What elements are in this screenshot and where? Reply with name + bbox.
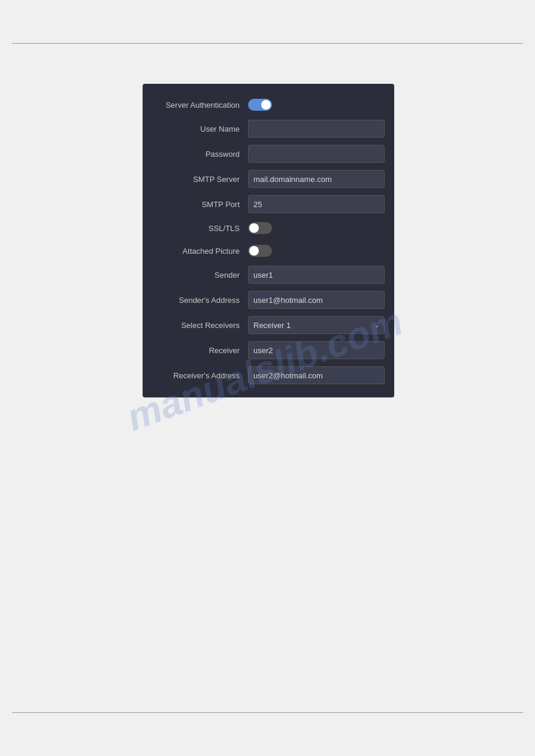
attached-picture-track (248, 245, 272, 257)
receiver-input[interactable] (248, 341, 385, 359)
smtp-server-input[interactable] (248, 170, 385, 188)
select-receivers-wrapper: Receiver 1 Receiver 2 Receiver 3 ⌄ (248, 316, 385, 334)
receivers-address-row: Receiver's Address (143, 363, 394, 388)
attached-picture-label: Attached Picture (152, 247, 248, 256)
bottom-divider (12, 712, 523, 713)
attached-picture-toggle-wrapper (248, 245, 272, 257)
receivers-address-input[interactable] (248, 366, 385, 384)
senders-address-label: Sender's Address (152, 296, 248, 305)
user-name-label: User Name (152, 125, 248, 133)
user-name-row: User Name (143, 116, 394, 141)
sender-label: Sender (152, 271, 248, 280)
password-row: Password (143, 141, 394, 166)
top-divider (12, 43, 523, 44)
attached-picture-thumb (249, 246, 259, 256)
ssl-tls-toggle-wrapper (248, 222, 272, 234)
server-authentication-track (248, 99, 272, 111)
receiver-label: Receiver (152, 346, 248, 355)
smtp-server-label: SMTP Server (152, 175, 248, 184)
select-receivers-row: Select Receivers Receiver 1 Receiver 2 R… (143, 312, 394, 338)
ssl-tls-toggle[interactable] (248, 222, 272, 234)
server-authentication-row: Server Authentication (143, 93, 394, 116)
smtp-port-row: SMTP Port (143, 192, 394, 217)
select-receivers-dropdown[interactable]: Receiver 1 Receiver 2 Receiver 3 (248, 316, 385, 334)
server-authentication-label: Server Authentication (152, 101, 248, 110)
smtp-port-label: SMTP Port (152, 200, 248, 209)
server-authentication-toggle-wrapper (248, 99, 272, 111)
user-name-input[interactable] (248, 120, 385, 138)
settings-panel: Server Authentication User Name Password… (143, 84, 394, 397)
server-authentication-toggle[interactable] (248, 99, 272, 111)
ssl-tls-thumb (249, 223, 259, 233)
attached-picture-toggle[interactable] (248, 245, 272, 257)
server-authentication-thumb (261, 100, 271, 110)
senders-address-input[interactable] (248, 291, 385, 309)
password-label: Password (152, 150, 248, 159)
smtp-port-input[interactable] (248, 195, 385, 213)
ssl-tls-row: SSL/TLS (143, 217, 394, 239)
ssl-tls-label: SSL/TLS (152, 224, 248, 233)
receiver-row: Receiver (143, 338, 394, 363)
sender-input[interactable] (248, 266, 385, 284)
senders-address-row: Sender's Address (143, 287, 394, 312)
sender-row: Sender (143, 262, 394, 287)
smtp-server-row: SMTP Server (143, 166, 394, 192)
ssl-tls-track (248, 222, 272, 234)
password-input[interactable] (248, 145, 385, 163)
receivers-address-label: Receiver's Address (152, 371, 248, 380)
select-receivers-label: Select Receivers (152, 321, 248, 330)
attached-picture-row: Attached Picture (143, 239, 394, 262)
